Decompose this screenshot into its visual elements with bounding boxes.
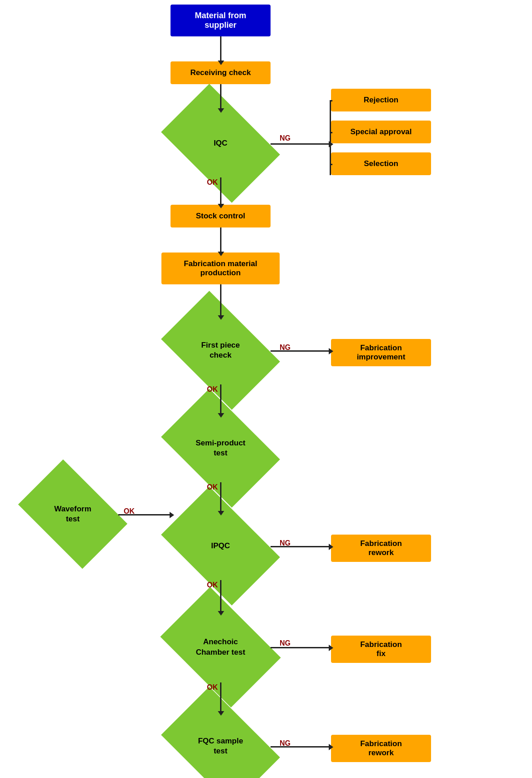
arrow-material-receiving xyxy=(220,36,221,61)
anechoic-diamond: Anechoic Chamber test xyxy=(171,612,271,682)
ipqc-diamond: IPQC xyxy=(171,512,271,580)
stock-label: Stock control xyxy=(196,212,246,221)
semi-product-label: Semi-product test xyxy=(196,438,246,458)
iqc-label: IQC xyxy=(214,138,227,148)
arrow-stock-fab xyxy=(220,227,221,253)
arrow-iqc-stock xyxy=(220,177,221,205)
fab-fix-box: Fabrication fix xyxy=(331,636,431,663)
fab-material-label: Fabrication material production xyxy=(184,259,257,278)
arrow-fab-first xyxy=(220,284,221,316)
conn-rejection xyxy=(330,100,332,101)
iqc-ng-label: NG xyxy=(280,134,291,142)
anechoic-label: Anechoic Chamber test xyxy=(196,637,246,657)
waveform-diamond: Waveform test xyxy=(27,482,118,546)
fab-fix-label: Fabrication fix xyxy=(360,640,402,658)
special-approval-1-box: Special approval xyxy=(331,121,431,143)
fab-material-box: Fabrication material production xyxy=(161,253,280,284)
selection-box: Selection xyxy=(331,152,431,175)
fab-improvement-box: Fabrication improvement xyxy=(331,339,431,366)
rejection-box: Rejection xyxy=(331,89,431,111)
arrow-receiving-iqc xyxy=(220,84,221,109)
flowchart: Material from supplier Receiving check I… xyxy=(0,0,532,778)
waveform-label: Waveform test xyxy=(54,504,91,524)
material-label: Material from supplier xyxy=(195,11,246,30)
iqc-ok-label: OK xyxy=(207,178,218,187)
fqc-label: FQC sample test xyxy=(198,736,243,756)
first-piece-label: First piece check xyxy=(201,340,240,360)
ipqc-ng-label: NG xyxy=(280,539,291,547)
conn-selection xyxy=(330,164,332,165)
special-approval-1-label: Special approval xyxy=(350,127,412,136)
fab-rework-1-label: Fabrication rework xyxy=(360,539,402,557)
semi-ok-label: OK xyxy=(207,483,218,491)
iqc-diamond: IQC xyxy=(171,109,271,177)
fqc-diamond: FQC sample test xyxy=(171,712,271,778)
fab-rework-2-box: Fabrication rework xyxy=(331,735,431,762)
ipqc-label: IPQC xyxy=(211,541,230,551)
fab-rework-2-label: Fabrication rework xyxy=(360,739,402,758)
first-ng-label: NG xyxy=(280,344,291,352)
first-ok-label: OK xyxy=(207,385,218,394)
semi-product-diamond: Semi-product test xyxy=(171,414,271,482)
arrow-semi-ipqc xyxy=(220,482,221,512)
material-box: Material from supplier xyxy=(171,5,271,36)
rejection-label: Rejection xyxy=(364,96,399,105)
fab-rework-1-box: Fabrication rework xyxy=(331,535,431,562)
arrow-ipqc-anechoic xyxy=(220,580,221,612)
receiving-label: Receiving check xyxy=(190,68,251,77)
waveform-ok-label: OK xyxy=(124,507,135,515)
fab-improvement-label: Fabrication improvement xyxy=(357,344,406,362)
selection-label: Selection xyxy=(364,159,398,168)
fqc-ng-label: NG xyxy=(280,739,291,748)
conn-special1 xyxy=(330,132,332,133)
ipqc-ok-label: OK xyxy=(207,581,218,589)
first-piece-diamond: First piece check xyxy=(171,316,271,384)
arrow-first-semi xyxy=(220,384,221,414)
arrow-iqc-ng xyxy=(271,143,330,145)
anechoic-ng-label: NG xyxy=(280,639,291,647)
arrow-anechoic-fqc xyxy=(220,682,221,712)
anechoic-ok-label: OK xyxy=(207,683,218,692)
